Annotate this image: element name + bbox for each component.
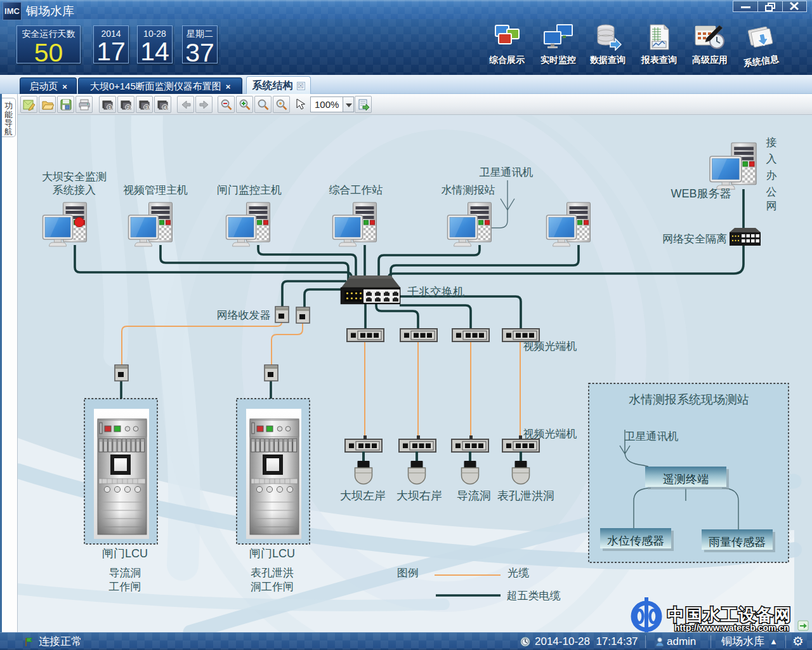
- svg-text:入: 入: [766, 153, 777, 165]
- svg-text:千兆交换机: 千兆交换机: [407, 286, 464, 298]
- svg-text:综合工作站: 综合工作站: [329, 184, 383, 196]
- svg-text:闸门监控主机: 闸门监控主机: [217, 184, 282, 196]
- svg-text:水情测报系统现场测站: 水情测报系统现场测站: [629, 393, 749, 406]
- svg-text:中国水工设备网: 中国水工设备网: [667, 606, 792, 625]
- svg-text:2: 2: [127, 105, 130, 110]
- svg-text:遥测终端: 遥测终端: [663, 473, 709, 486]
- svg-text:视频管理主机: 视频管理主机: [123, 184, 188, 196]
- svg-text:超五类电缆: 超五类电缆: [507, 590, 561, 602]
- svg-text:办: 办: [766, 169, 777, 182]
- svg-text:洞工作闸: 洞工作闸: [251, 581, 294, 593]
- svg-text:导流洞: 导流洞: [457, 489, 491, 502]
- svg-text:网络安全隔离: 网络安全隔离: [662, 233, 727, 245]
- svg-text:工作闸: 工作闸: [109, 581, 141, 593]
- svg-text:表孔泄洪洞: 表孔泄洪洞: [497, 489, 554, 502]
- svg-text:大坝安全监测: 大坝安全监测: [42, 171, 107, 183]
- svg-text:导流洞: 导流洞: [109, 567, 141, 579]
- svg-text:视频光端机: 视频光端机: [523, 340, 577, 352]
- svg-text:水位传感器: 水位传感器: [607, 534, 664, 547]
- svg-text:1: 1: [108, 105, 112, 110]
- svg-text:4: 4: [164, 105, 167, 110]
- svg-text:http://www.watersb.com.cn: http://www.watersb.com.cn: [674, 623, 789, 632]
- svg-text:水情测报站: 水情测报站: [442, 184, 495, 196]
- svg-text:接: 接: [766, 136, 777, 149]
- svg-text:大坝右岸: 大坝右岸: [396, 489, 442, 502]
- svg-text:公: 公: [766, 186, 777, 198]
- svg-text:网: 网: [766, 200, 777, 212]
- svg-text:图例: 图例: [397, 567, 419, 579]
- svg-text:光缆: 光缆: [508, 567, 529, 579]
- svg-text:卫星通讯机: 卫星通讯机: [625, 430, 679, 442]
- svg-text:大坝左岸: 大坝左岸: [340, 489, 386, 502]
- svg-text:卫星通讯机: 卫星通讯机: [480, 166, 534, 178]
- svg-text:3: 3: [145, 105, 148, 110]
- svg-text:系统接入: 系统接入: [53, 184, 96, 196]
- svg-text:闸门LCU: 闸门LCU: [249, 547, 295, 560]
- svg-text:雨量传感器: 雨量传感器: [709, 536, 766, 548]
- svg-text:WEB服务器: WEB服务器: [671, 187, 731, 200]
- svg-text:闸门LCU: 闸门LCU: [102, 547, 148, 560]
- svg-text:视频光端机: 视频光端机: [523, 428, 577, 440]
- svg-text:网络收发器: 网络收发器: [217, 309, 271, 321]
- svg-text:表孔泄洪: 表孔泄洪: [251, 567, 294, 579]
